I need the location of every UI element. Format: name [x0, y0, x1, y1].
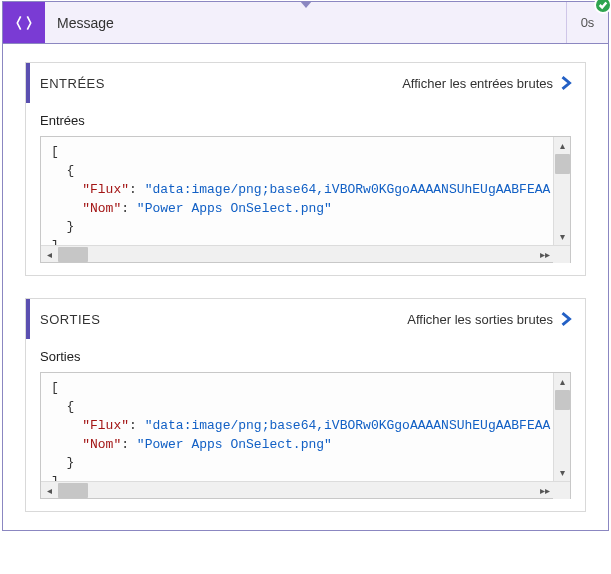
scrollbar-thumb[interactable] — [555, 390, 570, 410]
horizontal-scrollbar[interactable]: ◂ ▸▸ — [41, 245, 570, 262]
show-raw-inputs-link[interactable]: Afficher les entrées brutes — [402, 76, 573, 91]
scrollbar-corner — [553, 246, 570, 263]
inputs-code-box: [ { "Flux": "data:image/png;base64,iVBOR… — [40, 136, 571, 263]
scroll-left-icon[interactable]: ◂ — [41, 246, 58, 263]
outputs-panel: SORTIES Afficher les sorties brutes Sort… — [25, 298, 586, 512]
scroll-right-icon[interactable]: ▸▸ — [536, 246, 553, 263]
raw-link-label: Afficher les entrées brutes — [402, 76, 553, 91]
panel-accent — [26, 299, 30, 339]
chevron-right-icon — [559, 76, 573, 90]
scroll-down-icon[interactable]: ▾ — [554, 464, 571, 481]
vertical-scrollbar[interactable]: ▴ ▾ — [553, 137, 570, 245]
card-body: ENTRÉES Afficher les entrées brutes Entr… — [3, 44, 608, 530]
outputs-json[interactable]: [ { "Flux": "data:image/png;base64,iVBOR… — [41, 373, 570, 481]
scroll-up-icon[interactable]: ▴ — [554, 137, 571, 154]
outputs-heading: SORTIES — [40, 312, 407, 327]
raw-link-label: Afficher les sorties brutes — [407, 312, 553, 327]
scroll-up-icon[interactable]: ▴ — [554, 373, 571, 390]
scrollbar-thumb[interactable] — [555, 154, 570, 174]
vertical-scrollbar[interactable]: ▴ ▾ — [553, 373, 570, 481]
data-operation-icon — [3, 2, 45, 43]
scroll-down-icon[interactable]: ▾ — [554, 228, 571, 245]
collapse-caret-icon — [299, 0, 313, 14]
outputs-subheading: Sorties — [26, 339, 585, 368]
scroll-left-icon[interactable]: ◂ — [41, 482, 58, 499]
outputs-code-box: [ { "Flux": "data:image/png;base64,iVBOR… — [40, 372, 571, 499]
chevron-right-icon — [559, 312, 573, 326]
panel-accent — [26, 63, 30, 103]
action-card: Message 0s ENTRÉES Afficher les entrées … — [2, 1, 609, 531]
scrollbar-thumb[interactable] — [58, 483, 88, 498]
status-success-icon — [594, 0, 611, 14]
show-raw-outputs-link[interactable]: Afficher les sorties brutes — [407, 312, 573, 327]
inputs-subheading: Entrées — [26, 103, 585, 132]
scrollbar-thumb[interactable] — [58, 247, 88, 262]
scrollbar-corner — [553, 482, 570, 499]
inputs-panel: ENTRÉES Afficher les entrées brutes Entr… — [25, 62, 586, 276]
horizontal-scrollbar[interactable]: ◂ ▸▸ — [41, 481, 570, 498]
scroll-right-icon[interactable]: ▸▸ — [536, 482, 553, 499]
inputs-heading: ENTRÉES — [40, 76, 402, 91]
inputs-json[interactable]: [ { "Flux": "data:image/png;base64,iVBOR… — [41, 137, 570, 245]
